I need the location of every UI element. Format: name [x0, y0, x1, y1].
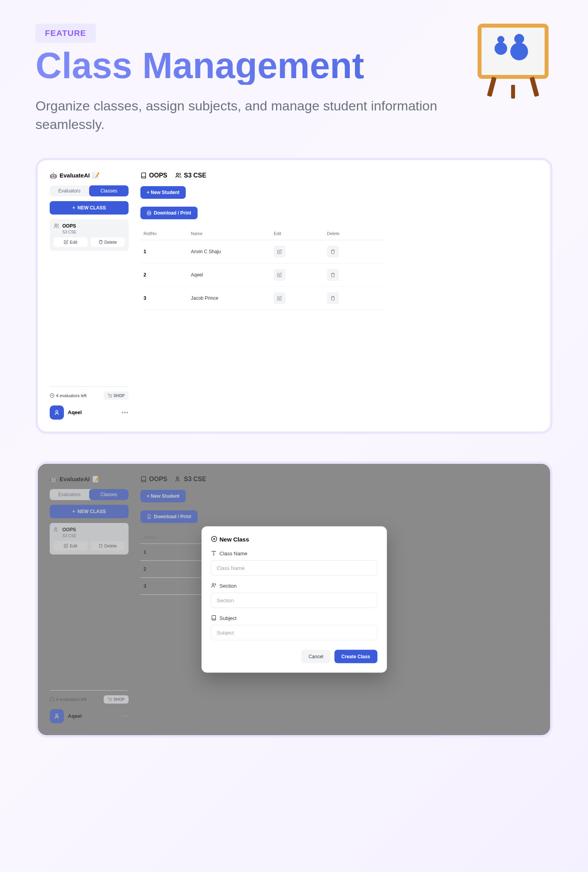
tab-classes[interactable]: Classes	[89, 489, 129, 500]
shop-label: SHOP	[114, 394, 125, 398]
trash-icon	[330, 296, 335, 301]
class-name-label: Class Name	[211, 550, 377, 556]
class-name-input[interactable]	[211, 560, 377, 575]
edit-icon	[64, 543, 68, 548]
subject-input[interactable]	[211, 625, 377, 640]
svg-point-9	[109, 701, 109, 701]
user-avatar[interactable]	[50, 709, 64, 723]
users-icon	[211, 583, 217, 588]
delete-class-button[interactable]: Delete	[91, 237, 125, 247]
username: Aqeel	[68, 409, 82, 415]
header-subject: OOPS	[140, 172, 167, 179]
new-class-label: NEW CLASS	[78, 205, 106, 211]
users-icon	[175, 172, 181, 179]
robot-icon: 🤖	[50, 172, 57, 179]
svg-point-4	[56, 410, 58, 412]
td-roll: 3	[144, 295, 191, 301]
svg-point-0	[55, 224, 57, 226]
tab-evaluators[interactable]: Evaluators	[50, 185, 89, 196]
td-roll: 2	[144, 272, 191, 278]
shop-button[interactable]: SHOP	[104, 392, 129, 400]
delete-row-button[interactable]	[327, 246, 339, 258]
new-class-button[interactable]: + NEW CLASS	[50, 201, 129, 215]
new-student-button[interactable]: + New Student	[140, 186, 186, 199]
book-icon	[140, 476, 147, 482]
class-name: OOPS	[62, 223, 76, 229]
header-section: S3 CSE	[175, 172, 206, 179]
edit-row-button[interactable]	[274, 269, 286, 281]
username: Aqeel	[68, 713, 82, 719]
tab-classes[interactable]: Classes	[89, 185, 129, 196]
gauge-icon	[50, 697, 54, 702]
class-card[interactable]: OOPS S3 CSE Edit Delete	[50, 523, 129, 555]
delete-row-button[interactable]	[327, 269, 339, 281]
svg-rect-13	[148, 517, 150, 519]
table-row: 1 Anvin C Shaju	[140, 240, 385, 263]
th-name: Name	[191, 231, 274, 236]
users-icon	[54, 223, 59, 229]
create-class-button[interactable]: Create Class	[334, 650, 377, 663]
users-icon	[175, 476, 181, 482]
feature-badge: FEATURE	[35, 24, 96, 43]
th-delete: Delete	[327, 231, 366, 236]
svg-point-8	[50, 697, 54, 701]
edit-class-button[interactable]: Edit	[54, 541, 88, 551]
th-roll: RollNo	[144, 535, 191, 540]
th-roll: RollNo	[144, 231, 191, 236]
evaluators-left: 4 evaluators left	[50, 697, 87, 702]
printer-icon	[147, 514, 151, 519]
svg-point-10	[111, 701, 111, 701]
td-name: Jacob Prince	[191, 295, 274, 301]
students-table: RollNo Name Edit Delete 1 Anvin C Shaju …	[140, 227, 385, 310]
subject-label: Subject	[211, 615, 377, 621]
delete-label: Delete	[105, 240, 117, 245]
edit-icon	[277, 273, 282, 277]
edit-label: Edit	[70, 240, 77, 245]
cancel-button[interactable]: Cancel	[301, 650, 330, 663]
delete-row-button[interactable]	[327, 292, 339, 304]
download-print-button[interactable]: Download / Print	[140, 207, 198, 219]
edit-class-button[interactable]: Edit	[54, 237, 88, 247]
app-logo: 🤖 EvaluateAI 📝	[50, 476, 129, 483]
td-name: Aqeel	[191, 272, 274, 278]
section-input[interactable]	[211, 592, 377, 608]
trash-icon	[99, 543, 103, 548]
th-edit: Edit	[274, 231, 327, 236]
svg-point-7	[55, 528, 57, 530]
edit-row-button[interactable]	[274, 292, 286, 304]
svg-point-3	[111, 397, 111, 398]
app-logo: 🤖 EvaluateAI 📝	[50, 172, 129, 179]
tab-evaluators[interactable]: Evaluators	[50, 489, 89, 500]
printer-icon	[147, 211, 151, 215]
pencil-icon: 📝	[92, 172, 100, 179]
user-menu-button[interactable]: •••	[121, 713, 129, 719]
svg-point-5	[177, 173, 179, 175]
edit-icon	[277, 296, 282, 301]
class-section: S3 CSE	[62, 534, 125, 538]
delete-class-button[interactable]: Delete	[91, 541, 125, 551]
user-avatar[interactable]	[50, 405, 64, 420]
cart-icon	[108, 697, 112, 702]
book-icon	[140, 172, 147, 179]
trash-icon	[330, 273, 335, 277]
pencil-icon: 📝	[92, 476, 100, 483]
plus-circle-icon	[211, 536, 217, 542]
td-name: Anvin C Shaju	[191, 249, 274, 254]
trash-icon	[99, 240, 103, 244]
new-class-button[interactable]: + NEW CLASS	[50, 505, 129, 518]
svg-point-11	[56, 714, 58, 716]
class-card[interactable]: OOPS S3 CSE Edit Delete	[50, 219, 129, 251]
shop-button[interactable]: SHOP	[104, 695, 129, 704]
svg-point-12	[177, 477, 179, 479]
edit-row-button[interactable]	[274, 246, 286, 258]
new-class-label: NEW CLASS	[78, 509, 106, 514]
trash-icon	[330, 249, 335, 254]
download-label: Download / Print	[154, 210, 191, 216]
class-section: S3 CSE	[62, 230, 125, 234]
section-label: Section	[211, 583, 377, 588]
download-print-button[interactable]: Download / Print	[140, 510, 198, 523]
new-class-modal: New Class Class Name Section Subject Can…	[202, 526, 387, 672]
user-menu-button[interactable]: •••	[121, 409, 129, 416]
new-student-button[interactable]: + New Student	[140, 490, 186, 502]
td-roll: 1	[144, 249, 191, 254]
